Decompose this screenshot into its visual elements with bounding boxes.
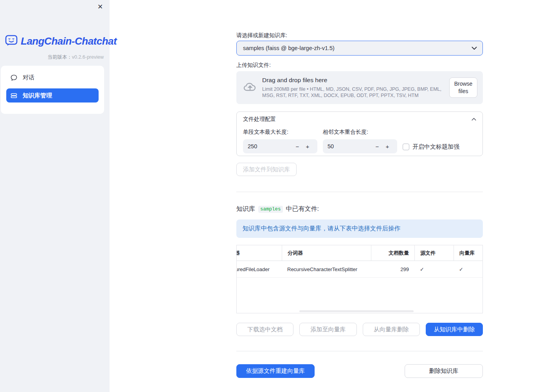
chunk-size-decrement-button[interactable]: − <box>292 140 302 152</box>
cell-doc-count: 299 <box>371 261 414 277</box>
heading-suffix: 中已有文件: <box>286 205 319 213</box>
cloud-upload-icon <box>243 81 257 95</box>
app-logo: LangChain-Chatchat <box>5 34 105 49</box>
kb-select-dropdown[interactable]: samples (faiss @ bge-large-zh-v1.5) <box>236 41 483 56</box>
overlap-value: 50 <box>328 143 372 149</box>
kb-select-value: samples (faiss @ bge-large-zh-v1.5) <box>243 45 472 51</box>
cell-loader: UnstructuredFileLoader <box>237 261 282 277</box>
dropzone-title: Drag and drop files here <box>262 77 445 84</box>
browse-files-button[interactable]: Browse files <box>449 77 477 98</box>
zh-title-enhance-label: 开启中文标题加强 <box>412 143 459 151</box>
dropzone-limit-text: Limit 200MB per file • HTML, MD, JSON, C… <box>262 86 445 99</box>
overlap-input[interactable]: 50 − + <box>323 139 397 153</box>
column-header-vector-store[interactable]: 向量库 <box>454 245 482 261</box>
chevron-down-icon <box>472 47 477 50</box>
delete-from-kb-button[interactable]: 从知识库中删除 <box>426 323 483 336</box>
version-label: 当前版本： <box>47 54 72 60</box>
rebuild-vector-store-button[interactable]: 依据源文件重建向量库 <box>236 364 315 378</box>
knowledge-base-icon <box>10 92 18 99</box>
overlap-increment-button[interactable]: + <box>382 140 392 152</box>
sidebar-menu: 对话 知识库管理 <box>1 66 104 114</box>
column-header-source-file[interactable]: 源文件 <box>414 245 454 261</box>
chunk-size-label: 单段文本最大长度: <box>243 129 317 136</box>
version-text: 当前版本：v0.2.6-preview <box>5 54 104 61</box>
sidebar-item-chat[interactable]: 对话 <box>6 70 99 85</box>
chunk-size-input[interactable]: 250 − + <box>243 139 317 153</box>
cell-vector-store-check: ✓ <box>454 261 482 277</box>
kb-files-heading: 知识库 samples 中已有文件: <box>236 205 319 213</box>
column-header-doc-count[interactable]: 文档数量 <box>371 245 414 261</box>
sidebar-close-icon[interactable]: ✕ <box>95 2 105 12</box>
file-actions-row: 下载选中文档 添加至向量库 从向量库删除 从知识库中删除 <box>236 323 483 336</box>
divider <box>236 351 483 351</box>
chat-smiley-logo-icon <box>5 34 18 49</box>
cell-splitter: RecursiveCharacterTextSplitter <box>282 261 371 277</box>
add-files-to-kb-button[interactable]: 添加文件到知识库 <box>236 163 297 176</box>
app-window: ✕ LangChain-Chatchat 当前版本：v0.2.6-preview <box>0 0 540 392</box>
table-header-row: 文档加载器 分词器 文档数量 源文件 向量库 <box>237 245 482 261</box>
chat-bubble-icon <box>10 74 18 81</box>
expander-header[interactable]: 文件处理配置 <box>237 112 482 126</box>
add-to-vector-store-button[interactable]: 添加至向量库 <box>299 323 356 336</box>
overlap-decrement-button[interactable]: − <box>372 140 382 152</box>
kb-files-table[interactable]: 文档加载器 分词器 文档数量 源文件 向量库 UnstructuredFileL… <box>236 245 483 313</box>
delete-kb-button[interactable]: 删除知识库 <box>405 364 483 378</box>
delete-from-vector-store-button[interactable]: 从向量库删除 <box>363 323 420 336</box>
kb-bottom-actions: 依据源文件重建向量库 删除知识库 <box>236 364 483 378</box>
kb-name-code: samples <box>258 206 283 213</box>
table-row[interactable]: UnstructuredFileLoader RecursiveCharacte… <box>237 261 482 278</box>
cell-source-file-check: ✓ <box>414 261 454 277</box>
horizontal-scrollbar[interactable] <box>299 310 414 312</box>
chevron-up-icon <box>472 118 476 121</box>
kb-select-label: 请选择或新建知识库: <box>236 32 287 39</box>
info-alert-text: 知识库中包含源文件与向量库，请从下表中选择文件后操作 <box>243 225 400 233</box>
logo-wordmark: LangChain-Chatchat <box>21 35 117 47</box>
file-config-expander: 文件处理配置 单段文本最大长度: 250 − + 相邻文本重合长度: <box>236 111 483 156</box>
upload-label: 上传知识文件: <box>236 62 271 69</box>
sidebar-item-label: 对话 <box>23 74 34 81</box>
chunk-size-value: 250 <box>248 143 292 149</box>
heading-prefix: 知识库 <box>236 205 255 213</box>
file-dropzone[interactable]: Drag and drop files here Limit 200MB per… <box>236 71 483 104</box>
sidebar-item-label: 知识库管理 <box>23 92 52 99</box>
zh-title-enhance-checkbox[interactable] <box>403 144 409 150</box>
expander-title: 文件处理配置 <box>243 116 276 123</box>
divider <box>236 192 483 192</box>
chunk-size-increment-button[interactable]: + <box>302 140 313 152</box>
overlap-label: 相邻文本重合长度: <box>323 129 397 136</box>
info-alert: 知识库中包含源文件与向量库，请从下表中选择文件后操作 <box>236 219 483 238</box>
version-value: v0.2.6-preview <box>72 54 104 60</box>
main-content: 请选择或新建知识库: samples (faiss @ bge-large-zh… <box>236 0 483 392</box>
download-selected-button[interactable]: 下载选中文档 <box>236 323 293 336</box>
column-header-splitter[interactable]: 分词器 <box>282 245 371 261</box>
column-header-loader[interactable]: 文档加载器 <box>237 245 282 261</box>
sidebar-item-kb-manage[interactable]: 知识库管理 <box>6 88 99 102</box>
sidebar: ✕ LangChain-Chatchat 当前版本：v0.2.6-preview <box>0 0 110 392</box>
